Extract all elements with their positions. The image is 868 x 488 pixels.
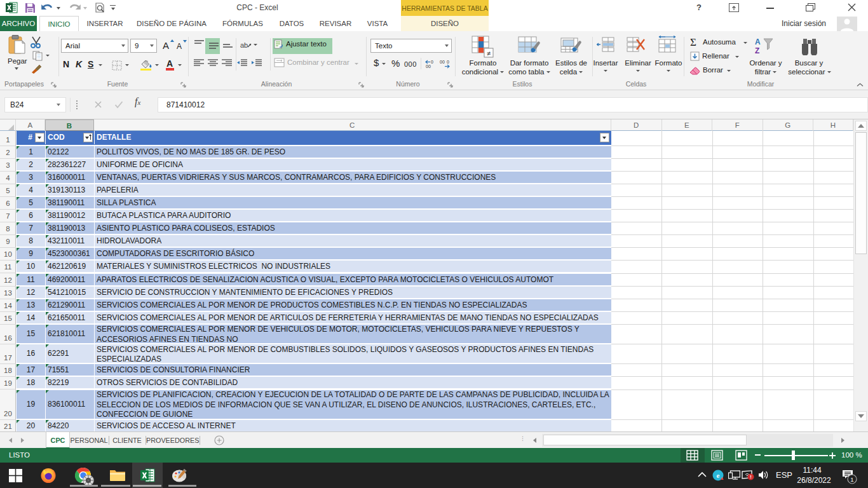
svg-text:0: 0 [431, 60, 433, 64]
svg-text:Z: Z [755, 46, 759, 55]
svg-text:00: 00 [426, 64, 431, 69]
svg-text:ab: ab [240, 41, 248, 49]
svg-text:1: 1 [850, 476, 853, 483]
svg-text:e: e [717, 471, 720, 479]
svg-text:!: ! [750, 474, 752, 480]
svg-text:A: A [755, 37, 761, 46]
svg-text:≠: ≠ [487, 50, 491, 57]
svg-text:0: 0 [447, 60, 449, 64]
svg-text:!: ! [722, 477, 722, 480]
svg-text:00: 00 [440, 60, 445, 64]
